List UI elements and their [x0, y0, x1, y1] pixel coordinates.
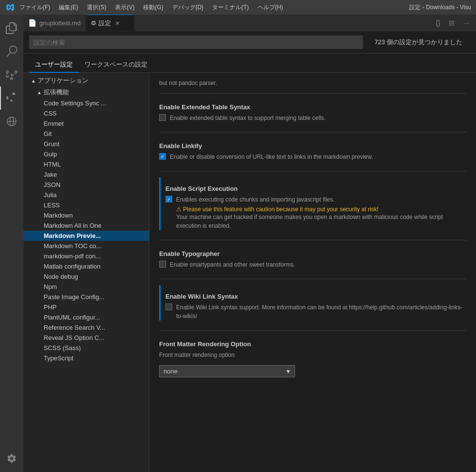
file-icon: 📄 [28, 19, 36, 27]
settings-sidebar-tree: ▲ アプリケーション ▲ 拡張機能 Code Settings Sync ...… [23, 73, 149, 472]
tree-leaf-markdown-all-in-one[interactable]: Markdown All in One [23, 220, 149, 231]
activity-item-remote[interactable] [0, 110, 23, 133]
activity-item-explorer[interactable] [0, 17, 23, 40]
tree-leaf-npm[interactable]: Npm [23, 282, 149, 292]
tab-gnuplottest[interactable]: 📄 gnuplottest.md [23, 15, 86, 31]
menu-help[interactable]: ヘルプ(H) [254, 2, 287, 13]
divider-2 [159, 132, 466, 133]
activity-item-source-control[interactable] [0, 63, 23, 86]
tree-leaf-scss[interactable]: SCSS (Sass) [23, 343, 149, 353]
setting-typographer: Enable Typographer Enable smartypants an… [159, 246, 466, 269]
activity-item-gear[interactable] [0, 447, 23, 470]
settings-search-input[interactable] [29, 35, 363, 49]
tree-leaf-php[interactable]: PHP [23, 302, 149, 312]
setting-script-execution-checkbox-row: ✓ Enables executing code chunks and impo… [165, 195, 466, 204]
tree-leaf-markdown-preview[interactable]: Markdown Previe... [23, 231, 149, 241]
tree-leaf-markdown-pdf[interactable]: markdown-pdf con... [23, 251, 149, 261]
tab-gnuplottest-label: gnuplottest.md [39, 19, 81, 27]
tree-section-application[interactable]: ▲ アプリケーション [23, 75, 149, 86]
setting-script-execution-warning-body: Your machine can get hacked if someone m… [176, 213, 466, 230]
menu-go[interactable]: 移動(G) [139, 2, 167, 13]
activity-item-extensions[interactable] [0, 86, 23, 110]
setting-typographer-checkbox[interactable] [159, 261, 166, 268]
tab-user-settings[interactable]: ユーザー設定 [29, 57, 79, 73]
tree-leaf-julia[interactable]: Julia [23, 190, 149, 200]
settings-count: 723 個の設定が見つかりました [367, 36, 470, 49]
setting-linkify-checkbox[interactable]: ✓ [159, 153, 166, 160]
setting-script-execution-group: Enable Script Execution ✓ Enables execut… [159, 177, 466, 230]
divider-6 [159, 330, 466, 331]
setting-script-execution: Enable Script Execution ✓ Enables execut… [165, 181, 466, 230]
setting-extended-table-checkbox[interactable] [159, 114, 166, 121]
tree-leaf-emmet[interactable]: Emmet [23, 118, 149, 129]
tree-leaf-node-debug[interactable]: Node debug [23, 271, 149, 282]
tree-leaf-matlab[interactable]: Matlab configuration [23, 261, 149, 271]
tab-action-split[interactable]: ⊟ [446, 17, 458, 29]
setting-front-matter-title: Front Matter Rendering Option [159, 340, 466, 348]
setting-script-execution-checkbox[interactable]: ✓ [165, 196, 172, 202]
tab-settings-label: ⚙ 設定 [91, 19, 111, 28]
setting-wiki-link: Enable Wiki Link Syntax Enable Wiki Link… [165, 289, 466, 320]
setting-script-execution-label: Enables executing code chunks and import… [176, 195, 335, 204]
setting-linkify-label: Enable or disable conversion of URL-like… [170, 152, 373, 161]
setting-front-matter-select[interactable]: none table code block [159, 365, 295, 377]
divider-3 [159, 171, 466, 171]
setting-typographer-title: Enable Typographer [159, 250, 466, 257]
tab-settings-close[interactable]: ✕ [114, 19, 121, 27]
tab-workspace-settings[interactable]: ワークスペースの設定 [79, 57, 153, 73]
divider-4 [159, 240, 466, 240]
menu-terminal[interactable]: ターミナル(T) [208, 2, 252, 13]
tree-leaf-css[interactable]: CSS [23, 108, 149, 118]
tree-leaf-plantuml[interactable]: PlantUML configur... [23, 312, 149, 322]
collapse-arrow-icon: ▲ [37, 90, 42, 95]
tree-leaf-reveal-js[interactable]: Reveal JS Option C... [23, 333, 149, 343]
tab-action-braces[interactable]: {} [433, 17, 443, 29]
tree-leaf-json[interactable]: JSON [23, 180, 149, 190]
tab-actions: {} ⊟ ··· [433, 15, 476, 31]
top-text: but not pandoc parser. [159, 73, 466, 91]
tree-leaf-typescript[interactable]: TypeScript [23, 353, 149, 363]
tree-subsection-extensions[interactable]: ▲ 拡張機能 [23, 86, 149, 98]
setting-extended-table-label: Enable extended table syntax to support … [170, 114, 326, 122]
setting-wiki-link-checkbox[interactable] [165, 303, 172, 310]
divider-1 [159, 93, 466, 94]
setting-wiki-link-checkbox-row: Enable Wiki Link syntax support. More in… [165, 303, 466, 320]
tree-leaf-html[interactable]: HTML [23, 159, 149, 169]
setting-extended-table-checkbox-row: Enable extended table syntax to support … [159, 114, 466, 122]
main-layout: 📄 gnuplottest.md ⚙ 設定 ✕ {} ⊟ ··· 723 個の設… [0, 15, 476, 472]
window-title: 設定 - Downloads - Visu [409, 3, 471, 12]
menu-view[interactable]: 表示(V) [111, 2, 138, 13]
settings-container: 723 個の設定が見つかりました ユーザー設定 ワークスペースの設定 ▲ アプリ… [23, 32, 476, 472]
tree-leaf-git[interactable]: Git [23, 129, 149, 139]
setting-front-matter: Front Matter Rendering Option Front matt… [159, 337, 466, 377]
setting-typographer-label: Enable smartypants and other sweet trans… [170, 260, 295, 269]
tree-leaf-jake[interactable]: Jake [23, 169, 149, 180]
settings-main-content: but not pandoc parser. Enable Extended T… [149, 73, 476, 472]
settings-tabs: ユーザー設定 ワークスペースの設定 [23, 53, 476, 73]
menu-debug[interactable]: デバッグ(D) [168, 2, 208, 13]
menu-bar: ファイル(F) 編集(E) 選択(S) 表示(V) 移動(G) デバッグ(D) … [16, 2, 409, 13]
menu-select[interactable]: 選択(S) [83, 2, 110, 13]
tree-leaf-reference-search[interactable]: Reference Search V... [23, 322, 149, 333]
tree-leaf-paste-image[interactable]: Paste Image Config... [23, 292, 149, 302]
vscode-logo-icon [5, 2, 16, 13]
setting-typographer-checkbox-row: Enable smartypants and other sweet trans… [159, 260, 466, 269]
tree-leaf-less[interactable]: LESS [23, 200, 149, 210]
tree-leaf-code-settings-sync[interactable]: Code Settings Sync ... [23, 98, 149, 108]
setting-extended-table-title: Enable Extended Table Syntax [159, 103, 466, 111]
setting-linkify: Enable Linkify ✓ Enable or disable conve… [159, 138, 466, 161]
menu-edit[interactable]: 編集(E) [55, 2, 82, 13]
settings-search-bar: 723 個の設定が見つかりました [23, 32, 476, 53]
menu-file[interactable]: ファイル(F) [16, 2, 54, 13]
tab-action-more[interactable]: ··· [460, 17, 472, 29]
tree-leaf-markdown-toc[interactable]: Markdown TOC co... [23, 241, 149, 251]
tab-bar: 📄 gnuplottest.md ⚙ 設定 ✕ {} ⊟ ··· [23, 15, 476, 32]
tree-leaf-gulp[interactable]: Gulp [23, 149, 149, 159]
activity-item-search[interactable] [0, 40, 23, 63]
tree-leaf-grunt[interactable]: Grunt [23, 139, 149, 149]
tree-leaf-markdown[interactable]: Markdown [23, 210, 149, 220]
setting-front-matter-select-wrapper: none table code block ▼ [159, 365, 295, 377]
setting-extended-table: Enable Extended Table Syntax Enable exte… [159, 100, 466, 122]
setting-wiki-link-group: Enable Wiki Link Syntax Enable Wiki Link… [159, 285, 466, 320]
tab-settings[interactable]: ⚙ 設定 ✕ [86, 15, 134, 31]
